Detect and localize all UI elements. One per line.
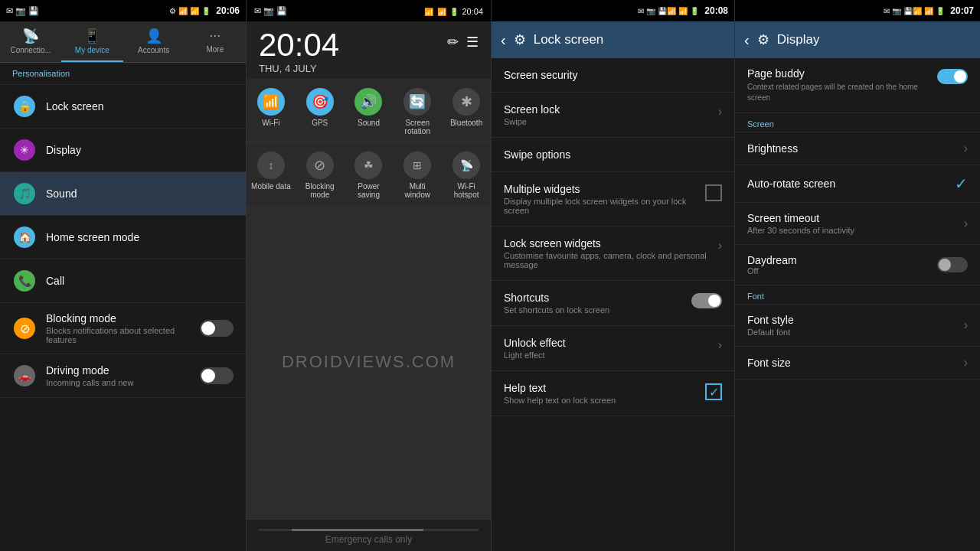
gps-quick-label: GPS: [312, 119, 328, 127]
swipe-options-label: Swipe options: [504, 148, 722, 161]
signal-icon: 📶: [190, 7, 199, 15]
screen-timeout-item[interactable]: Screen timeout After 30 seconds of inact…: [735, 203, 980, 245]
page-buddy-subtitle: Context related pages will be created on…: [747, 82, 929, 103]
status-left-p3: ✉ 📷 💾: [638, 7, 667, 15]
settings-item-home-screen[interactable]: 🏠 Home screen mode: [0, 216, 246, 259]
blocking-quick-icon: ⊘: [306, 152, 334, 179]
screen-timeout-chevron: ›: [964, 217, 968, 230]
brightness-item[interactable]: Brightness ›: [735, 132, 980, 165]
screen-security-item[interactable]: Screen security: [492, 58, 734, 93]
blocking-mode-label: Blocking mode: [46, 312, 200, 324]
daydream-label: Daydream: [747, 254, 937, 266]
shortcuts-sub: Set shortcuts on lock screen: [504, 305, 685, 315]
notif-p4-3: 💾: [903, 7, 913, 15]
quick-sound[interactable]: 🔊 Sound: [345, 79, 394, 142]
shortcuts-item[interactable]: Shortcuts Set shortcuts on lock screen: [492, 281, 734, 326]
shortcuts-label: Shortcuts: [504, 292, 685, 304]
multiple-widgets-label: Multiple widgets: [504, 183, 699, 195]
lock-screen-list: Screen security Screen lock Swipe › Swip…: [492, 58, 734, 551]
edit-toolbar-icon[interactable]: ✏: [447, 34, 459, 51]
font-style-item[interactable]: Font style Default font ›: [735, 305, 980, 347]
tab-connections-label: Connectio...: [10, 46, 51, 54]
date-display: THU, 4 JULY: [259, 63, 339, 74]
multiple-widgets-checkbox[interactable]: [705, 184, 722, 201]
signal-status-icon: 📶: [437, 8, 446, 16]
quick-blocking[interactable]: ⊘ Blocking mode: [296, 142, 345, 205]
screen-lock-item[interactable]: Screen lock Swipe ›: [492, 93, 734, 138]
quick-gps[interactable]: 🎯 GPS: [296, 79, 345, 142]
notification-icon3: 💾: [28, 6, 39, 16]
notif-p4-2: 📷: [892, 7, 901, 15]
status-time-p1: 20:06: [216, 5, 240, 16]
tab-connections[interactable]: 📡 Connectio...: [0, 21, 61, 62]
help-text-item[interactable]: Help text Show help text on lock screen …: [492, 371, 734, 416]
display-header-title: Display: [777, 32, 820, 47]
quick-mobile-data[interactable]: ↕ Mobile data: [247, 142, 296, 205]
quick-rotation[interactable]: 🔄 Screen rotation: [393, 79, 442, 142]
page-buddy-toggle[interactable]: [937, 69, 968, 84]
tab-more[interactable]: ··· More: [185, 21, 246, 62]
accounts-icon: 👤: [145, 28, 162, 44]
notif-p3-1: ✉: [638, 7, 644, 15]
daydream-toggle[interactable]: [937, 257, 968, 272]
quick-hotspot[interactable]: 📡 Wi-Fi hotspot: [442, 142, 491, 205]
back-button[interactable]: ‹: [501, 31, 506, 49]
settings-item-display[interactable]: ✳ Display: [0, 129, 246, 172]
scroll-indicator: [259, 529, 479, 531]
notification-icon1: ✉: [6, 6, 13, 16]
menu-toolbar-icon[interactable]: ☰: [466, 34, 479, 51]
status-bar-p2: ✉ 📷 💾 ✏ 📶 📶 🔋 20:04: [247, 0, 491, 21]
settings-icon: ⚙: [169, 7, 176, 15]
wifi-icon: 📶: [178, 7, 188, 15]
status-bar-p4: ✉ 📷 💾 📶 📶 🔋 20:07: [735, 0, 980, 21]
display-back-button[interactable]: ‹: [744, 31, 750, 49]
more-icon: ···: [209, 28, 220, 44]
quick-power[interactable]: ☘ Power saving: [345, 142, 394, 205]
quick-wifi[interactable]: 📶 Wi-Fi: [247, 79, 296, 142]
page-buddy-item[interactable]: Page buddy Context related pages will be…: [735, 58, 980, 113]
wifi-p4: 📶: [913, 7, 922, 15]
settings-item-lock-screen[interactable]: 🔒 Lock screen: [0, 85, 246, 129]
driving-mode-toggle[interactable]: [200, 367, 234, 384]
status-right-icons: ⚙ 📶 📶 🔋 20:06: [169, 5, 240, 16]
status-bar-p3: ✉ 📷 💾 📶 📶 🔋 20:08: [492, 0, 734, 21]
driving-mode-label: Driving mode: [46, 364, 200, 377]
power-quick-icon: ☘: [354, 152, 382, 179]
tab-accounts-label: Accounts: [138, 46, 169, 54]
daydream-item[interactable]: Daydream Off: [735, 245, 980, 285]
multiwindow-label: Multi window: [396, 182, 439, 199]
settings-item-sound[interactable]: 🎵 Sound: [0, 172, 246, 216]
tab-more-label: More: [206, 45, 224, 54]
unlock-effect-item[interactable]: Unlock effect Light effect ›: [492, 326, 734, 371]
screen-security-label: Screen security: [504, 69, 722, 81]
lock-screen-icon: 🔒: [12, 94, 37, 119]
call-label: Call: [46, 275, 234, 287]
settings-item-blocking-mode[interactable]: ⊘ Blocking mode Blocks notifications abo…: [0, 303, 246, 354]
settings-item-call[interactable]: 📞 Call: [0, 259, 246, 303]
status-left-p4: ✉ 📷 💾: [884, 7, 913, 15]
auto-rotate-label: Auto-rotate screen: [747, 178, 955, 190]
sound-icon: 🎵: [12, 181, 37, 206]
lock-screen-widgets-item[interactable]: Lock screen widgets Customise favourite …: [492, 227, 734, 281]
emergency-calls-text: Emergency calls only: [259, 534, 479, 545]
display-gear-icon: ⚙: [757, 31, 769, 48]
quick-bluetooth[interactable]: ✱ Bluetooth: [442, 79, 491, 142]
screen-container: ✉ 📷 💾 ⚙ 📶 📶 🔋 20:06 📡 Connectio... 📱 My …: [0, 0, 980, 551]
font-size-item[interactable]: Font size ›: [735, 347, 980, 380]
wifi-quick-icon: 📶: [257, 88, 285, 116]
edit-icon-status: ✏: [415, 8, 421, 16]
tab-my-device[interactable]: 📱 My device: [61, 21, 122, 62]
quick-multiwindow[interactable]: ⊞ Multi window: [393, 142, 442, 205]
settings-item-driving-mode[interactable]: 🚗 Driving mode Incoming calls and new: [0, 354, 246, 398]
help-text-checkbox[interactable]: ✓: [705, 383, 722, 400]
shortcuts-toggle[interactable]: [691, 293, 722, 308]
brightness-chevron: ›: [964, 142, 968, 155]
panel-display: ✉ 📷 💾 📶 📶 🔋 20:07 ‹ ⚙ Display Page buddy: [735, 0, 980, 551]
auto-rotate-item[interactable]: Auto-rotate screen ✓: [735, 165, 980, 203]
swipe-options-item[interactable]: Swipe options: [492, 138, 734, 172]
multiple-widgets-item[interactable]: Multiple widgets Display multiple lock s…: [492, 172, 734, 227]
font-size-chevron: ›: [964, 356, 968, 370]
tab-accounts[interactable]: 👤 Accounts: [123, 21, 185, 62]
sound-quick-label: Sound: [358, 119, 380, 127]
blocking-mode-toggle[interactable]: [200, 320, 234, 337]
